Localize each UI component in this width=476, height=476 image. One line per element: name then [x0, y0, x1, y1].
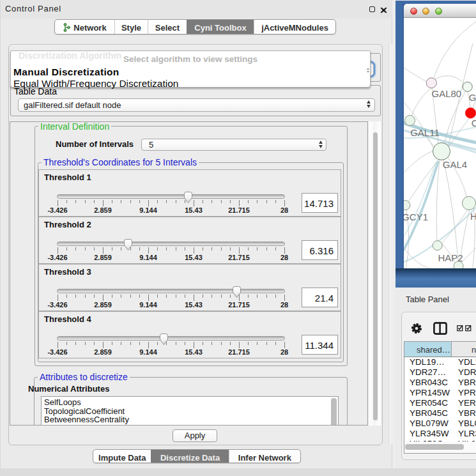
svg-text:G.: G.: [469, 92, 476, 103]
svg-text:HAP2: HAP2: [438, 252, 463, 263]
svg-text:H: H: [470, 211, 476, 222]
svg-text:GAL80: GAL80: [432, 88, 462, 99]
svg-text:C: C: [472, 118, 476, 128]
svg-text:GCY1: GCY1: [404, 211, 428, 222]
svg-text:GAL11: GAL11: [410, 127, 440, 138]
svg-text:GAL4: GAL4: [443, 159, 467, 170]
